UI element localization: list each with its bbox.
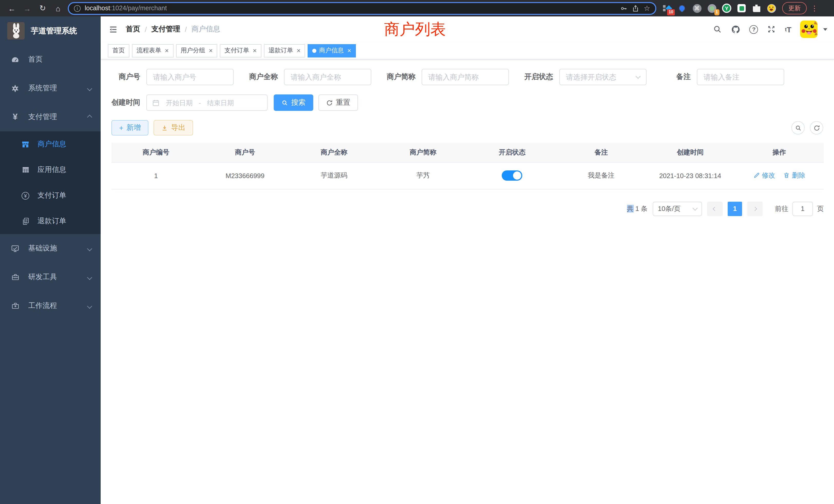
share-icon[interactable] xyxy=(632,4,640,12)
close-icon[interactable]: × xyxy=(209,47,213,54)
sidebar-item-home[interactable]: 首页 xyxy=(0,45,101,74)
extension-pin-icon[interactable] xyxy=(677,4,687,13)
breadcrumb-home[interactable]: 首页 xyxy=(126,25,140,34)
close-icon[interactable]: × xyxy=(253,47,257,54)
avatar-dropdown-caret-icon[interactable] xyxy=(823,28,827,30)
extension-chat-icon[interactable] xyxy=(737,4,746,13)
filter-merchant-no: 商户号 xyxy=(111,69,234,85)
sidebar-item-app-info[interactable]: 应用信息 xyxy=(0,157,101,183)
sidebar-item-refund-order[interactable]: 退款订单 xyxy=(0,208,101,234)
tab-label: 支付订单 xyxy=(224,46,249,55)
close-icon[interactable]: × xyxy=(347,47,351,54)
merchant-no-input[interactable] xyxy=(146,69,234,85)
cell-merchant-no: M233666999 xyxy=(200,162,290,189)
search-button[interactable]: 搜索 xyxy=(274,94,313,111)
refresh-icon[interactable] xyxy=(810,121,823,135)
sidebar-item-workflow[interactable]: 工作流程 xyxy=(0,292,101,320)
font-size-icon[interactable]: tT xyxy=(785,25,791,33)
site-info-icon[interactable]: i xyxy=(74,5,81,12)
password-key-icon[interactable] xyxy=(620,4,628,12)
tab-home[interactable]: 首页 xyxy=(108,44,129,57)
export-button[interactable]: 导出 xyxy=(154,120,193,136)
breadcrumb-payment[interactable]: 支付管理 xyxy=(152,25,180,34)
browser-forward-icon[interactable]: → xyxy=(20,4,35,13)
cell-status xyxy=(467,162,557,189)
browser-back-icon[interactable]: ← xyxy=(4,4,20,13)
tab-merchant-info[interactable]: 商户信息 × xyxy=(308,44,356,57)
status-select[interactable] xyxy=(559,69,646,85)
tags-view: 首页 流程表单 × 用户分组 × 支付订单 × 退款订单 × xyxy=(101,42,834,60)
chrome-update-button[interactable]: 更新 xyxy=(782,2,807,14)
hamburger-icon[interactable] xyxy=(101,24,126,34)
filter-create-time: 创建时间 - xyxy=(111,94,267,111)
sidebar-item-dev-tools[interactable]: 研发工具 xyxy=(0,263,101,292)
field-label: 商户简称 xyxy=(387,72,422,82)
start-date-input[interactable] xyxy=(163,98,196,107)
help-icon[interactable]: ? xyxy=(749,25,758,33)
extension-command-icon[interactable]: ⌘ xyxy=(692,4,702,13)
github-icon[interactable] xyxy=(731,24,741,34)
field-label: 备注 xyxy=(662,72,697,82)
status-select-field[interactable] xyxy=(566,73,633,81)
extension-emoji-icon[interactable] xyxy=(767,4,776,13)
sidebar-item-label: 研发工具 xyxy=(28,273,80,282)
extensions-puzzle-icon[interactable] xyxy=(752,4,761,13)
chevron-left-icon xyxy=(713,207,717,211)
page-size-select[interactable]: 10条/页 xyxy=(653,202,702,216)
search-icon[interactable] xyxy=(713,25,722,34)
sidebar-item-infrastructure[interactable]: 基础设施 xyxy=(0,234,101,263)
extension-y-icon[interactable]: Y xyxy=(722,4,731,13)
column-header: 商户全称 xyxy=(290,143,379,162)
sidebar-item-pay-order[interactable]: ¥ 支付订单 xyxy=(0,183,101,208)
full-name-input[interactable] xyxy=(284,69,371,85)
close-icon[interactable]: × xyxy=(165,47,169,54)
prev-page-button[interactable] xyxy=(707,202,723,216)
fullscreen-icon[interactable] xyxy=(767,25,776,34)
sidebar-item-merchant-info[interactable]: 商户信息 xyxy=(0,131,101,157)
full-name-input-field[interactable] xyxy=(291,73,365,81)
add-button[interactable]: + 新增 xyxy=(111,120,148,136)
tab-refund-order[interactable]: 退款订单 × xyxy=(264,44,305,57)
sidebar-item-payment[interactable]: ¥ 支付管理 xyxy=(0,102,101,131)
total-count: 1 xyxy=(635,205,639,212)
reset-button[interactable]: 重置 xyxy=(319,94,358,111)
user-avatar[interactable] xyxy=(800,21,817,38)
end-date-input[interactable] xyxy=(204,98,237,107)
tab-label: 用户分组 xyxy=(180,46,205,55)
date-range-picker[interactable]: - xyxy=(146,94,267,111)
goto-page-input[interactable] xyxy=(792,202,813,216)
sidebar-logo[interactable]: 芋道管理系统 xyxy=(0,17,101,45)
sidebar-item-system[interactable]: 系统管理 xyxy=(0,74,101,102)
browser-reload-icon[interactable]: ↻ xyxy=(35,4,50,13)
field-label: 创建时间 xyxy=(111,98,146,107)
page-number-1[interactable]: 1 xyxy=(728,202,742,216)
extension-circle-icon[interactable]: 1 xyxy=(707,4,717,13)
page-jumper: 前往 页 xyxy=(775,202,824,216)
merchant-no-input-field[interactable] xyxy=(153,73,227,81)
bookmark-star-icon[interactable]: ☆ xyxy=(644,4,650,12)
dashboard-icon xyxy=(10,55,20,64)
remark-input-field[interactable] xyxy=(704,73,777,81)
browser-home-icon[interactable]: ⌂ xyxy=(50,4,66,13)
status-toggle[interactable] xyxy=(502,170,522,181)
next-page-button[interactable] xyxy=(747,202,763,216)
total-suffix: 条 xyxy=(641,205,648,212)
short-name-input-field[interactable] xyxy=(428,73,502,81)
extension-tampermonkey-icon[interactable]: 10 xyxy=(662,4,672,13)
tab-user-group[interactable]: 用户分组 × xyxy=(176,44,217,57)
cell-create-time: 2021-10-23 08:31:14 xyxy=(646,162,735,189)
browser-menu-icon[interactable]: ⋮ xyxy=(811,4,818,12)
remark-input[interactable] xyxy=(697,69,784,85)
tab-process-form[interactable]: 流程表单 × xyxy=(132,44,173,57)
address-bar[interactable]: i localhost:1024/pay/merchant ☆ xyxy=(68,2,656,15)
tab-pay-order[interactable]: 支付订单 × xyxy=(220,44,261,57)
chevron-up-icon xyxy=(87,114,92,120)
breadcrumb-current: 商户信息 xyxy=(192,25,220,34)
table-tools xyxy=(791,121,824,135)
short-name-input[interactable] xyxy=(422,69,509,85)
sidebar: 芋道管理系统 首页 系统管理 ¥ 支付管理 xyxy=(0,17,101,504)
edit-link[interactable]: 修改 xyxy=(753,171,775,180)
toggle-search-icon[interactable] xyxy=(791,121,805,135)
close-icon[interactable]: × xyxy=(297,47,301,54)
delete-link[interactable]: 删除 xyxy=(783,171,805,180)
